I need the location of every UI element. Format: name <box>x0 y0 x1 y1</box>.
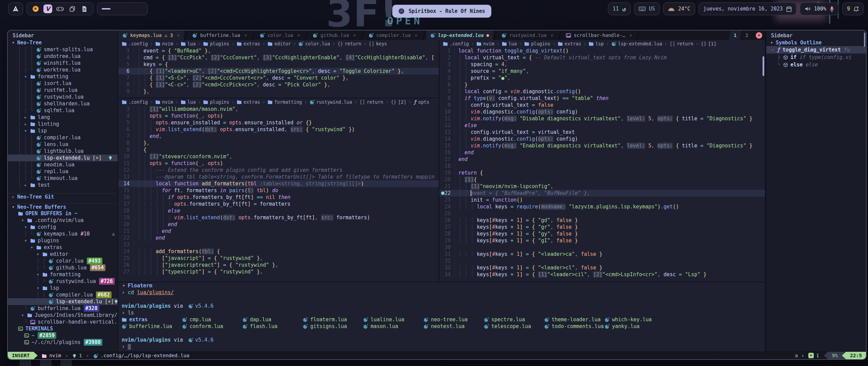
tab-close-icon[interactable]: × <box>415 32 417 39</box>
section-neo-tree-git[interactable]: ▸Neo-Tree Git <box>8 193 118 200</box>
code-line[interactable]: 28│ │ │ keys[#keys + 1] = { "gy", false … <box>439 230 765 237</box>
code-line[interactable]: 13│ │ │ ---@param tbl table<string, conf… <box>118 174 439 180</box>
code-line[interactable]: 9│ │ config.virtual_text = false <box>439 102 765 108</box>
breadcrumb-segment[interactable]: {}[1] <box>701 40 716 47</box>
tab-scrollbar-handle-[interactable]: scrollbar-handle-…× <box>562 30 636 40</box>
breadcrumb-segment[interactable]: {}return <box>337 40 361 47</box>
breadcrumb-segment[interactable]: nvim <box>155 40 173 47</box>
code-line[interactable]: 27│ │ │ │ ["typescript"] = { "rustywind"… <box>118 268 439 275</box>
code-line[interactable]: 16│ end <box>439 149 765 156</box>
breadcrumb-segment[interactable]: nvim <box>476 40 494 47</box>
breadcrumb-segment[interactable]: lua <box>502 40 517 47</box>
tab-close-icon[interactable]: × <box>629 32 632 39</box>
tree-item-neodim-lua[interactable]: │ │ │ neodim.lua <box>8 161 118 168</box>
tree-item-timeout-lua[interactable]: │ │ └ timeout.lua <box>8 175 118 182</box>
tree-item-config[interactable]: ▾ config <box>8 224 118 230</box>
code-line[interactable]: 25 <box>439 210 765 217</box>
gamepad-icon[interactable] <box>56 4 64 13</box>
tree-item-extras[interactable]: ▾ extras <box>8 244 118 251</box>
tree-item-editor[interactable]: ▾ editor <box>8 251 118 258</box>
tree-item-rustywind-lua[interactable]: │ │ │ rustywind.lua <box>8 94 118 100</box>
statusline-project[interactable]: nvim <box>42 352 61 359</box>
breadcrumb-segment[interactable]: .config <box>122 40 148 47</box>
code-line[interactable]: 24│ │ │ add_formatters(tbl: { <box>118 248 439 255</box>
tab-rustywind-lua[interactable]: rustywind.lua× <box>497 30 557 40</box>
tab-close-icon[interactable]: × <box>551 32 553 39</box>
code-line[interactable]: 8│ if type(v: config.virtual_text) == "t… <box>439 95 765 102</box>
tree-item-compiler-lua[interactable]: │ │ compiler.lua#682 <box>8 291 118 298</box>
tab-lsp-extended-lua[interactable]: lsp-extended.lua● <box>426 30 493 40</box>
code-line[interactable]: 5│ │ │ opts.ensure_installed = opts.ensu… <box>118 119 439 126</box>
keyboard-layout-widget[interactable]: US <box>634 2 660 15</box>
code-line[interactable]: 16│ │ │ │ │ if opts.formatters_by_ft[ft]… <box>118 194 439 201</box>
code-line[interactable]: 12│ else <box>439 122 765 129</box>
breadcrumb-segment[interactable]: plugins <box>203 99 229 105</box>
breadcrumb[interactable]: .config›nvim›lua›plugins›extras›lsp›lsp-… <box>439 40 765 47</box>
breadcrumb-segment[interactable]: {}[2] <box>391 99 407 105</box>
breadcrumb-segment[interactable]: extras <box>237 99 260 105</box>
code-line[interactable]: 4│ │ source = "if_many", <box>439 68 765 75</box>
code-line[interactable]: 19return { <box>439 169 765 176</box>
clock-widget[interactable]: jueves, noviembre 16, 2023 <box>698 2 796 15</box>
code-line[interactable]: 22│ │ │ end <box>118 235 439 241</box>
breadcrumb-segment[interactable]: []return <box>670 40 693 47</box>
breadcrumb-segment[interactable]: color.lua <box>298 40 330 47</box>
code-line[interactable]: 31│ │ │ keys[#keys + 1] = { "<leader>ca"… <box>439 251 765 258</box>
breadcrumb-segment[interactable]: plugins <box>524 40 550 47</box>
tree-item-repl-lua[interactable]: │ │ │ repl.lua <box>8 168 118 175</box>
breadcrumb-segment[interactable]: lua <box>181 99 196 105</box>
code-line[interactable]: 11│ │ opts = function(_, opts) <box>118 160 439 167</box>
tree-item-test[interactable]: │ ▸ test <box>8 182 118 188</box>
breadcrumb-segment[interactable]: editor <box>268 40 291 47</box>
code-line[interactable]: 3│ event = { "BufRead" }, <box>118 47 439 54</box>
neovim-icon[interactable]: V <box>43 4 52 13</box>
code-line[interactable]: 6│ │ { [1]"<leader>uC", [2]"<cmd>CccHigh… <box>118 68 439 75</box>
tree-item-compiler-lua[interactable]: │ │ │ compiler.lua <box>8 134 118 141</box>
tree-item-lang[interactable]: │ ▸ lang <box>8 114 118 121</box>
code-line[interactable]: 5│ keys = { <box>118 61 439 68</box>
tree-item-lsp-extended-lu[interactable]: │ │ │ lsp-extended.lu[+] <box>8 155 118 161</box>
code-line[interactable]: 6│ } <box>439 81 765 88</box>
firefox-icon[interactable] <box>31 4 40 13</box>
audio-widget[interactable]: 100% <box>800 2 839 15</box>
tabpage-2[interactable]: 2 <box>742 30 752 40</box>
scrollbar-handle[interactable] <box>864 33 865 47</box>
code-line[interactable]: 24│ │ │ local keys = require(modname: "l… <box>439 203 765 210</box>
code-line[interactable]: 13│ │ config.virtual_text = virtual_text <box>439 129 765 136</box>
tabpage-1[interactable]: 1 <box>729 30 742 40</box>
code-line[interactable]: 22│ │ event = { "BufReadPre", "BufNewFil… <box>439 190 765 197</box>
code-line[interactable]: 1local function toggle_diag_virtext() <box>439 47 765 54</box>
tree-item-lsp[interactable]: │ ▾ lsp <box>8 127 118 134</box>
tree-item-open-buffers-in-~[interactable]: OPEN BUFFERS in ~ <box>8 210 118 217</box>
tab-color-lua[interactable]: color.lua× <box>256 30 304 40</box>
code-line[interactable]: 10│ │ [1]"stevearc/conform.nvim", <box>118 153 439 160</box>
document-icon[interactable] <box>80 4 89 13</box>
tree-item-sqlfmt-lua[interactable]: │ │ └ sqlfmt.lua <box>8 107 118 114</box>
tree-item-rustfmt-lua[interactable]: │ │ │ rustfmt.lua <box>8 87 118 94</box>
breadcrumb-segment[interactable]: lsp <box>589 40 604 47</box>
section-neo-tree-buffers[interactable]: ▾Neo-Tree Buffers <box>8 203 118 210</box>
launcher-button[interactable] <box>8 2 23 15</box>
breadcrumb-segment[interactable]: []return <box>359 99 383 105</box>
code-line[interactable]: 10│ │ vim.diagnostic.config(opts: config… <box>439 108 765 115</box>
statusline-bulb[interactable]: 1 <box>72 352 82 359</box>
notifications-widget[interactable]: 9 <box>842 2 864 15</box>
code-line[interactable]: 3│ │ [1]"williamboman/mason.nvim", <box>118 106 439 113</box>
breadcrumb-segment[interactable]: []keys <box>369 40 387 47</box>
code-line[interactable]: 12│ │ │ --- Extend the conform plugin co… <box>118 167 439 174</box>
code-line[interactable]: 34│ │ │ keys[#keys + 1] = { [1]"<leader>… <box>439 271 765 278</box>
tab-close-icon[interactable]: × <box>177 32 180 39</box>
tab-close-icon[interactable]: × <box>297 32 300 39</box>
tab-close-icon[interactable]: × <box>353 32 356 39</box>
scrollbar-handle[interactable] <box>763 56 764 76</box>
code-line[interactable]: 17end <box>439 156 765 163</box>
tab-keymaps-lua[interactable]: keymaps.lua⚠ 3× <box>118 30 184 40</box>
code-line[interactable]: 8│ │ { [1]"<C-c>", [2]"<cmd>CccPick<cr>"… <box>118 81 439 88</box>
tree-item--config-nvim-lua[interactable]: ▾ .config/nvim/lua <box>8 217 118 224</box>
code-line[interactable]: 4│ cmd = { [1]"CccPick", [2]"CccConvert"… <box>118 54 439 61</box>
code-line[interactable]: 14│ │ vim.diagnostic.config(opts: config… <box>439 136 765 142</box>
tab-bufferline-lua[interactable]: bufferline.lua× <box>188 30 251 40</box>
code-line[interactable]: 17│ │ │ │ │ │ opts.formatters_by_ft[ft] … <box>118 201 439 207</box>
code-line[interactable]: 33│ │ │ keys[#keys + 1] = { "<leader>cl"… <box>439 264 765 271</box>
code-line[interactable]: 18 <box>439 163 765 169</box>
